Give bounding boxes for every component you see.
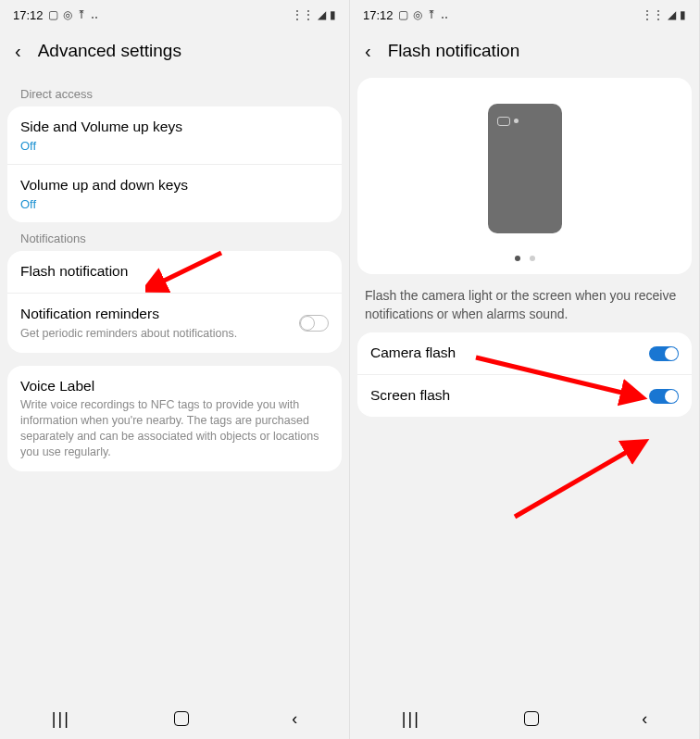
nav-bar: ||| ‹	[0, 698, 349, 739]
nav-bar: ||| ‹	[350, 698, 699, 739]
instagram-icon: ◎	[63, 8, 72, 21]
phone-flash-icon	[514, 119, 519, 123]
more-icon: ‥	[91, 8, 98, 21]
item-voice-label[interactable]: Voice Label Write voice recordings to NF…	[7, 366, 342, 471]
back-button[interactable]: ‹	[15, 42, 21, 60]
gallery-icon: ▢	[398, 8, 408, 21]
item-status: Off	[20, 139, 329, 153]
pager-dot-1[interactable]	[515, 256, 520, 261]
status-bar: 17:12 ▢ ◎ ⤒ ‥ ⋮⋮ ◢ ▮	[0, 0, 349, 26]
nav-recent-button[interactable]: |||	[35, 704, 87, 734]
upload-icon: ⤒	[77, 8, 86, 21]
flash-toggles-card: Camera flash Screen flash	[357, 332, 692, 417]
item-camera-flash[interactable]: Camera flash	[357, 332, 692, 375]
instagram-icon: ◎	[413, 8, 422, 21]
nav-back-button[interactable]: ‹	[625, 704, 664, 734]
pager-dot-2[interactable]	[530, 256, 535, 261]
nav-back-button[interactable]: ‹	[275, 704, 314, 734]
back-button[interactable]: ‹	[365, 42, 371, 60]
nav-recent-button[interactable]: |||	[385, 704, 437, 734]
item-desc: Get periodic reminders about notificatio…	[20, 326, 299, 342]
page-title: Advanced settings	[38, 41, 181, 61]
toggle-screen-flash[interactable]	[649, 389, 679, 404]
battery-icon: ▮	[330, 8, 336, 21]
wifi-icon: ⋮⋮	[292, 8, 314, 21]
status-time: 17:12	[363, 8, 394, 22]
status-bar: 17:12 ▢ ◎ ⤒ ‥ ⋮⋮ ◢ ▮	[350, 0, 699, 26]
item-title: Flash notification	[20, 262, 329, 282]
status-time: 17:12	[13, 8, 44, 22]
wifi-icon: ⋮⋮	[642, 8, 664, 21]
gallery-icon: ▢	[48, 8, 58, 21]
item-title: Camera flash	[370, 344, 649, 363]
signal-icon: ◢	[668, 8, 676, 21]
toggle-camera-flash[interactable]	[649, 346, 679, 361]
voice-label-card: Voice Label Write voice recordings to NF…	[7, 366, 342, 471]
toggle-notification-reminders[interactable]	[299, 315, 329, 332]
section-header-notifications: Notifications	[0, 222, 349, 251]
pager	[515, 256, 535, 261]
item-title: Voice Label	[20, 377, 329, 396]
item-volume-up-down[interactable]: Volume up and down keys Off	[7, 165, 342, 222]
item-title: Screen flash	[370, 386, 649, 406]
header: ‹ Advanced settings	[0, 26, 349, 78]
item-flash-notification[interactable]: Flash notification	[7, 251, 342, 294]
battery-icon: ▮	[680, 8, 686, 21]
page-title: Flash notification	[388, 41, 520, 61]
more-icon: ‥	[441, 8, 448, 21]
header: ‹ Flash notification	[350, 26, 699, 78]
description-text: Flash the camera light or the screen whe…	[350, 274, 699, 327]
item-notification-reminders[interactable]: Notification reminders Get periodic remi…	[7, 294, 342, 353]
screen-flash-notification: 17:12 ▢ ◎ ⤒ ‥ ⋮⋮ ◢ ▮ ‹ Flash notificatio…	[350, 0, 700, 739]
direct-access-card: Side and Volume up keys Off Volume up an…	[7, 106, 342, 222]
section-header-direct-access: Direct access	[0, 78, 349, 106]
phone-camera-icon	[497, 117, 510, 126]
item-title: Volume up and down keys	[20, 176, 329, 195]
svg-line-4	[515, 448, 633, 517]
screen-advanced-settings: 17:12 ▢ ◎ ⤒ ‥ ⋮⋮ ◢ ▮ ‹ Advanced settings…	[0, 0, 350, 739]
phone-illustration-card[interactable]	[357, 78, 692, 274]
item-desc: Write voice recordings to NFC tags to pr…	[20, 397, 329, 460]
item-title: Notification reminders	[20, 305, 299, 324]
item-status: Off	[20, 197, 329, 211]
item-side-volume-up[interactable]: Side and Volume up keys Off	[7, 106, 342, 165]
item-screen-flash[interactable]: Screen flash	[357, 375, 692, 417]
phone-back-icon	[488, 104, 562, 233]
nav-home-button[interactable]	[507, 706, 556, 732]
nav-home-button[interactable]	[157, 706, 206, 732]
upload-icon: ⤒	[427, 8, 436, 21]
item-title: Side and Volume up keys	[20, 118, 329, 137]
notifications-card: Flash notification Notification reminder…	[7, 251, 342, 353]
signal-icon: ◢	[318, 8, 326, 21]
